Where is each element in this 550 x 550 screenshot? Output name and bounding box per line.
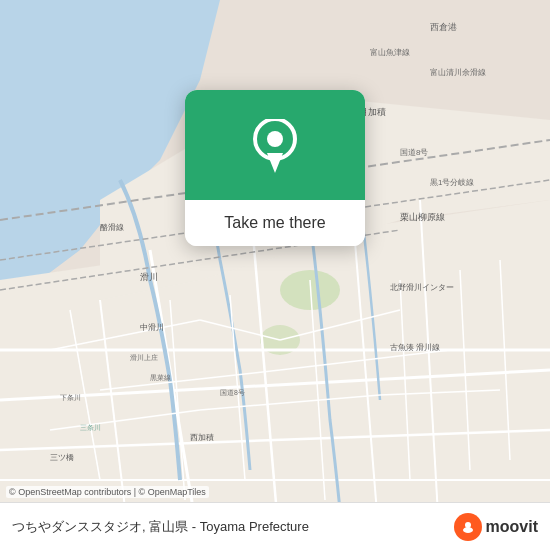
svg-text:栗山柳原線: 栗山柳原線 [400, 212, 445, 222]
svg-text:国道8号: 国道8号 [400, 148, 428, 157]
location-card: Take me there [185, 90, 365, 246]
take-me-there-button[interactable]: Take me there [185, 200, 365, 246]
svg-text:富山魚津線: 富山魚津線 [370, 48, 410, 57]
svg-text:西加積: 西加積 [190, 433, 214, 442]
svg-text:滑川: 滑川 [140, 272, 158, 282]
svg-text:国道8号: 国道8号 [220, 389, 245, 396]
svg-text:酪滑線: 酪滑線 [100, 223, 124, 232]
svg-text:黒1号分岐線: 黒1号分岐線 [430, 178, 474, 187]
svg-text:北野滑川インター: 北野滑川インター [390, 283, 454, 292]
svg-text:三ツ橋: 三ツ橋 [50, 453, 74, 462]
svg-point-60 [465, 522, 471, 528]
svg-marker-57 [267, 153, 283, 173]
map-container: 西倉港 富山魚津線 富山清川余滑線 早月加積 国道8号 黒1号分岐線 栗山柳原線… [0, 0, 550, 550]
bottom-bar: つちやダンススタジオ, 富山県 - Toyama Prefecture moov… [0, 502, 550, 550]
svg-text:富山清川余滑線: 富山清川余滑線 [430, 68, 486, 77]
svg-text:下条川: 下条川 [60, 394, 81, 401]
svg-text:古魚湊 滑川線: 古魚湊 滑川線 [390, 343, 440, 352]
map-attribution: © OpenStreetMap contributors | © OpenMap… [6, 486, 209, 498]
svg-text:黒菜線: 黒菜線 [150, 374, 171, 381]
svg-text:滑川上庄: 滑川上庄 [130, 354, 158, 361]
svg-point-56 [267, 131, 283, 147]
map-pin-icon [253, 119, 297, 171]
svg-text:西倉港: 西倉港 [430, 22, 457, 32]
svg-text:三条川: 三条川 [80, 424, 101, 431]
moovit-text: moovit [486, 518, 538, 536]
card-header [185, 90, 365, 200]
location-label: つちやダンススタジオ, 富山県 - Toyama Prefecture [12, 518, 454, 536]
map-svg: 西倉港 富山魚津線 富山清川余滑線 早月加積 国道8号 黒1号分岐線 栗山柳原線… [0, 0, 550, 550]
moovit-icon [454, 513, 482, 541]
moovit-logo: moovit [454, 513, 538, 541]
svg-text:中滑川: 中滑川 [140, 323, 164, 332]
